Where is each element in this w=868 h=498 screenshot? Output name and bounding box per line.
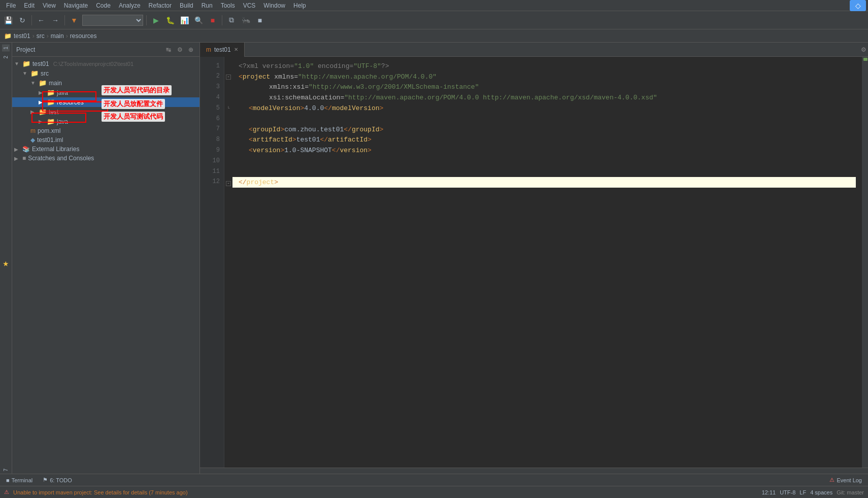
status-indent[interactable]: 4 spaces <box>810 489 832 495</box>
tree-item-scratches[interactable]: ▶ ■ Scratches and Consoles <box>12 154 199 163</box>
terminal-btn[interactable]: ■ <box>254 14 266 26</box>
line-num-1: 1 <box>200 61 220 72</box>
breadcrumb-folder-icon: 📁 <box>4 32 12 40</box>
tree-item-iml[interactable]: ◆ test01.iml <box>12 135 199 145</box>
src-folder-icon: 📁 <box>30 69 39 77</box>
jetbrains-icon[interactable]: ◇ <box>850 0 866 11</box>
todo-tab[interactable]: ⚑ 6: TODO <box>39 475 76 486</box>
tree-item-pom[interactable]: m pom.xml <box>12 126 199 135</box>
tree-item-java-test[interactable]: ▶ 📁 java <box>12 117 199 126</box>
fold-12[interactable]: - <box>224 178 232 189</box>
line-num-6: 6 <box>200 114 220 124</box>
todo-icon: ⚑ <box>43 477 48 483</box>
code-line-11 <box>239 166 856 177</box>
tree-item-test01[interactable]: ▼ 📁 test01 C:\ZTools\mavenprojrct02\test… <box>12 59 199 68</box>
menu-file[interactable]: File <box>2 1 20 10</box>
build-button[interactable]: ▼ <box>68 14 80 26</box>
structure-tab-icon[interactable]: 7 <box>2 467 10 474</box>
breadcrumb-resources[interactable]: resources <box>70 32 97 40</box>
debug-button[interactable]: 🐛 <box>164 14 176 26</box>
tab-label-test01: test01 <box>214 46 231 53</box>
breadcrumb-src[interactable]: src <box>37 32 45 40</box>
folding-gutter: - └ - <box>224 57 232 468</box>
menu-refactor[interactable]: Refactor <box>145 1 176 10</box>
synchronize-button[interactable]: ↻ <box>16 14 28 26</box>
editor-scrollbar[interactable] <box>862 57 868 468</box>
stop-button[interactable]: ■ <box>207 14 219 26</box>
breadcrumb-main[interactable]: main <box>51 32 64 40</box>
code-line-9: <version>1.0-SNAPSHOT</version> <box>239 145 856 156</box>
terminal-tab[interactable]: ■ Terminal <box>2 475 37 486</box>
favorites-tab-icon[interactable]: 2 <box>2 54 10 61</box>
menu-analyze[interactable]: Analyze <box>115 1 145 10</box>
tree-item-external-libraries[interactable]: ▶ 📚 External Libraries <box>12 145 199 154</box>
project-panel: Project ↹ ⚙ ⊕ ▼ 📁 test01 C:\ZTools\maven… <box>12 43 200 474</box>
project-tree: ▼ 📁 test01 C:\ZTools\mavenprojrct02\test… <box>12 57 199 474</box>
editor-hscrollbar[interactable] <box>200 468 868 474</box>
tree-label-src: src <box>41 70 49 77</box>
run-config-select[interactable] <box>82 15 143 26</box>
tree-item-main[interactable]: ▼ 📁 main <box>12 78 199 88</box>
tree-item-src[interactable]: ▼ 📁 src <box>12 68 199 78</box>
menu-view[interactable]: View <box>39 1 60 10</box>
line-num-8: 8 <box>200 135 220 146</box>
ant-button[interactable]: 🐜 <box>240 14 252 26</box>
status-encoding[interactable]: UTF-8 <box>780 489 795 495</box>
save-all-button[interactable]: 💾 <box>2 14 14 26</box>
event-log-tab[interactable]: ⚠ Event Log <box>825 475 866 486</box>
tree-item-resources[interactable]: ▶ 📁 resources <box>12 97 199 107</box>
run-with-coverage-button[interactable]: 📊 <box>178 14 190 26</box>
tree-item-java-main[interactable]: ▶ 📁 java <box>12 88 199 97</box>
profile-button[interactable]: 🔍 <box>192 14 205 26</box>
editor-settings-button[interactable]: ⚙ <box>859 45 868 54</box>
project-settings-button[interactable]: ⚙ <box>175 45 184 54</box>
java-test-folder-icon: 📁 <box>47 118 55 125</box>
menu-run[interactable]: Run <box>197 1 217 10</box>
menu-window[interactable]: Window <box>259 1 289 10</box>
tree-label-java-main: java <box>57 89 68 96</box>
tree-label-scratches: Scratches and Consoles <box>28 155 94 162</box>
vcs-button[interactable]: ⧉ <box>225 14 238 26</box>
breadcrumb-test01[interactable]: test01 <box>14 32 30 40</box>
line-num-2: 2 <box>200 72 220 82</box>
project-expand-button[interactable]: ↹ <box>164 45 173 54</box>
java-folder-icon: 📁 <box>47 89 55 96</box>
tree-arrow-ext-lib: ▶ <box>14 147 20 152</box>
code-area[interactable]: <?xml version="1.0" encoding="UTF-8"?> <… <box>232 57 862 468</box>
pom-icon: m <box>30 127 36 134</box>
line-num-11: 11 <box>200 166 220 177</box>
editor-tab-test01[interactable]: m test01 ✕ <box>200 43 245 57</box>
project-close-button[interactable]: ⊕ <box>186 45 195 54</box>
line-num-3: 3 <box>200 82 220 93</box>
tree-item-test[interactable]: ▶ 📁 test <box>12 107 199 117</box>
left-sidebar: 1 2 ★ 7 <box>0 43 12 474</box>
status-message[interactable]: Unable to import maven project: See deta… <box>13 489 188 495</box>
fold-10 <box>224 157 232 167</box>
tab-close-button[interactable]: ✕ <box>234 47 238 52</box>
menu-edit[interactable]: Edit <box>20 1 39 10</box>
menu-navigate[interactable]: Navigate <box>60 1 92 10</box>
iml-icon: ◆ <box>30 136 35 144</box>
back-button[interactable]: ← <box>35 14 47 26</box>
line-num-4: 4 <box>200 92 220 103</box>
menu-vcs[interactable]: VCS <box>239 1 260 10</box>
code-line-3: xmlns:xsi="http://www.w3.org/2001/XMLSch… <box>239 82 856 93</box>
status-line-sep[interactable]: LF <box>799 489 806 495</box>
tree-label-pom: pom.xml <box>38 127 60 134</box>
fold-6 <box>224 114 232 125</box>
project-folder-icon: 📁 <box>22 60 30 67</box>
ext-lib-icon: 📚 <box>22 146 30 153</box>
favorites-star-icon[interactable]: ★ <box>3 260 9 268</box>
menu-code[interactable]: Code <box>92 1 115 10</box>
project-tab-icon[interactable]: 1 <box>2 45 10 52</box>
forward-button[interactable]: → <box>49 14 61 26</box>
toolbar: 💾 ↻ ← → ▼ ▶ 🐛 📊 🔍 ■ ⧉ 🐜 ■ <box>0 11 868 29</box>
menu-help[interactable]: Help <box>289 1 310 10</box>
menu-tools[interactable]: Tools <box>217 1 239 10</box>
tree-arrow-resources: ▶ <box>39 99 45 105</box>
run-button[interactable]: ▶ <box>150 14 162 26</box>
tree-path-test01: C:\ZTools\mavenprojrct02\test01 <box>53 61 133 67</box>
fold-2[interactable]: - <box>224 72 232 82</box>
breadcrumb: 📁 test01 › src › main › resources <box>0 29 868 43</box>
menu-build[interactable]: Build <box>176 1 197 10</box>
